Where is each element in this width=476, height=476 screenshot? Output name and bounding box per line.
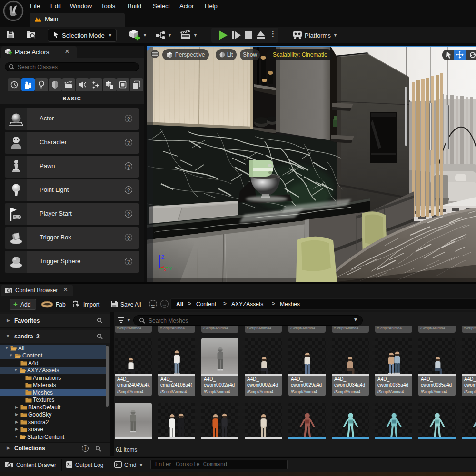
svg-text:x: x	[164, 267, 166, 272]
svg-text:Z: Z	[161, 255, 164, 260]
svg-text:Y: Y	[169, 266, 172, 271]
